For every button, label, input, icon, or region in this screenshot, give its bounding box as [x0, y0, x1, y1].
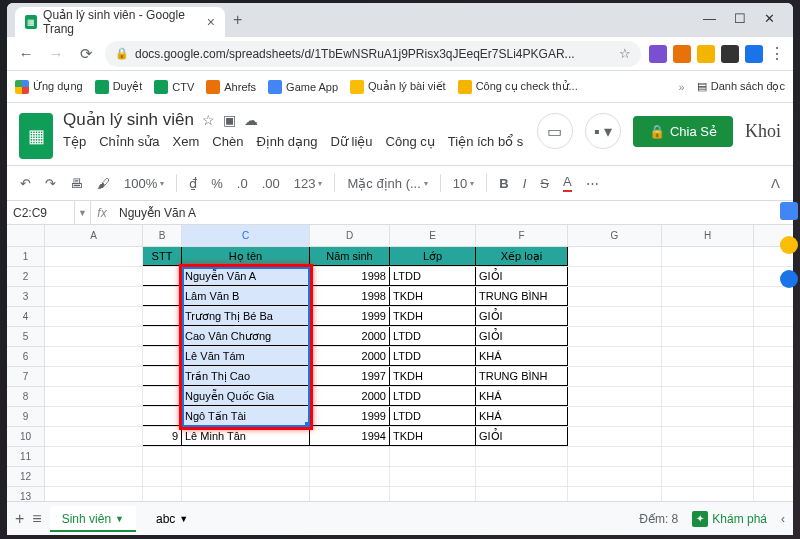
- ext-icon[interactable]: [697, 45, 715, 63]
- cell[interactable]: [568, 287, 662, 306]
- user-avatar[interactable]: Khoi: [745, 121, 781, 142]
- cell[interactable]: [662, 347, 754, 366]
- close-window-icon[interactable]: ✕: [764, 11, 775, 26]
- cell[interactable]: [182, 467, 310, 486]
- cell[interactable]: [662, 467, 754, 486]
- new-tab-button[interactable]: +: [233, 11, 242, 29]
- row-header[interactable]: 8: [7, 387, 44, 407]
- cell[interactable]: 1998: [310, 287, 390, 306]
- bookmark-item[interactable]: Quản lý bài viết: [350, 80, 446, 94]
- percent-button[interactable]: %: [206, 170, 228, 196]
- col-header[interactable]: B: [143, 225, 182, 246]
- cell[interactable]: [662, 447, 754, 466]
- cell[interactable]: STT: [143, 247, 182, 266]
- cell[interactable]: [182, 487, 310, 501]
- row-header[interactable]: 13: [7, 487, 44, 501]
- cell[interactable]: TRUNG BÌNH: [476, 367, 568, 386]
- menu-addons[interactable]: Tiện ích bổ s: [448, 134, 523, 149]
- cell[interactable]: [476, 487, 568, 501]
- row-header[interactable]: 1: [7, 247, 44, 267]
- cell[interactable]: [143, 467, 182, 486]
- ext-icon[interactable]: [721, 45, 739, 63]
- cell[interactable]: [45, 487, 143, 501]
- maximize-icon[interactable]: ☐: [734, 11, 746, 26]
- cell[interactable]: Trần Thị Cao: [182, 367, 310, 386]
- cell[interactable]: [390, 447, 476, 466]
- browser-tab[interactable]: Quản lý sinh viên - Google Trang ×: [15, 7, 225, 37]
- cell[interactable]: LTDD: [390, 387, 476, 406]
- cell[interactable]: [143, 307, 182, 326]
- sheets-logo[interactable]: [19, 113, 53, 159]
- meet-button[interactable]: ▪ ▾: [585, 113, 621, 149]
- zoom-select[interactable]: 100%: [119, 170, 169, 196]
- reading-list[interactable]: ▤Danh sách đọc: [697, 80, 785, 93]
- bookmark-item[interactable]: Game App: [268, 80, 338, 94]
- cell[interactable]: [45, 407, 143, 426]
- cell[interactable]: GIỎI: [476, 427, 568, 446]
- row-header[interactable]: 5: [7, 327, 44, 347]
- keep-icon[interactable]: [780, 236, 798, 254]
- cell[interactable]: Xếp loại: [476, 247, 568, 266]
- count-summary[interactable]: Đếm: 8: [639, 512, 678, 526]
- cell[interactable]: [476, 467, 568, 486]
- star-icon[interactable]: ☆: [619, 46, 631, 61]
- name-box[interactable]: C2:C9: [7, 201, 75, 224]
- cell[interactable]: KHÁ: [476, 387, 568, 406]
- cell[interactable]: [662, 327, 754, 346]
- more-toolbar-button[interactable]: ⋯: [581, 170, 604, 196]
- bookmark-item[interactable]: Ahrefs: [206, 80, 256, 94]
- row-header[interactable]: 12: [7, 467, 44, 487]
- cell[interactable]: [568, 467, 662, 486]
- cell[interactable]: [143, 267, 182, 286]
- formula-bar[interactable]: Nguyễn Văn A: [113, 206, 202, 220]
- move-icon[interactable]: ▣: [223, 112, 236, 128]
- forward-icon[interactable]: →: [45, 43, 67, 65]
- menu-format[interactable]: Định dạng: [256, 134, 317, 149]
- cell[interactable]: [143, 367, 182, 386]
- format-more-button[interactable]: 123: [289, 170, 328, 196]
- col-header[interactable]: H: [662, 225, 754, 246]
- cell[interactable]: [143, 447, 182, 466]
- italic-button[interactable]: I: [518, 170, 532, 196]
- cell[interactable]: [662, 427, 754, 446]
- font-select[interactable]: Mặc định (...: [342, 170, 432, 196]
- menu-insert[interactable]: Chèn: [212, 134, 243, 149]
- cell[interactable]: Họ tên: [182, 247, 310, 266]
- cell[interactable]: Lê Văn Tám: [182, 347, 310, 366]
- cell[interactable]: [568, 367, 662, 386]
- col-header[interactable]: C: [182, 225, 310, 246]
- bookmark-item[interactable]: Công cụ check thử...: [458, 80, 578, 94]
- cell[interactable]: [143, 327, 182, 346]
- cell[interactable]: GIỎI: [476, 307, 568, 326]
- cell[interactable]: LTDD: [390, 347, 476, 366]
- cell[interactable]: [662, 407, 754, 426]
- dec-more-button[interactable]: .00: [257, 170, 285, 196]
- menu-tools[interactable]: Công cụ: [386, 134, 435, 149]
- cell[interactable]: Lê Minh Tân: [182, 427, 310, 446]
- cell[interactable]: Ngô Tấn Tài: [182, 407, 310, 426]
- cell[interactable]: [45, 267, 143, 286]
- cell[interactable]: Lâm Văn B: [182, 287, 310, 306]
- row-header[interactable]: 11: [7, 447, 44, 467]
- cell[interactable]: [662, 387, 754, 406]
- bookmark-item[interactable]: CTV: [154, 80, 194, 94]
- cell[interactable]: 2000: [310, 347, 390, 366]
- cell[interactable]: [45, 467, 143, 486]
- cell[interactable]: Lớp: [390, 247, 476, 266]
- cell[interactable]: [45, 367, 143, 386]
- cell[interactable]: [662, 367, 754, 386]
- menu-data[interactable]: Dữ liệu: [331, 134, 373, 149]
- menu-icon[interactable]: ⋮: [769, 44, 785, 63]
- cell[interactable]: [662, 307, 754, 326]
- calendar-icon[interactable]: [780, 202, 798, 220]
- cell[interactable]: [45, 427, 143, 446]
- row-header[interactable]: 9: [7, 407, 44, 427]
- cell[interactable]: KHÁ: [476, 407, 568, 426]
- text-color-button[interactable]: A: [558, 170, 577, 196]
- cell[interactable]: TRUNG BÌNH: [476, 287, 568, 306]
- cell[interactable]: LTDD: [390, 267, 476, 286]
- cell[interactable]: [568, 407, 662, 426]
- cell[interactable]: [310, 487, 390, 501]
- cell[interactable]: [390, 487, 476, 501]
- cell[interactable]: [568, 447, 662, 466]
